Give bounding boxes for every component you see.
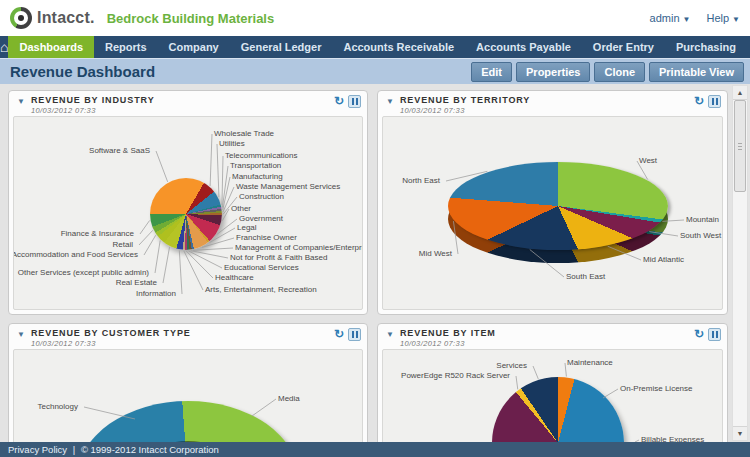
scrollbar-thumb[interactable] [734, 100, 746, 192]
copyright-text: © 1999-2012 Intacct Corporation [81, 444, 219, 455]
panel-title: REVENUE BY TERRITORY [400, 95, 530, 105]
nav-tab-accounts-payable[interactable]: Accounts Payable [465, 36, 582, 58]
panel-header: ▼ REVENUE BY CUSTOMER TYPE 10/03/2012 07… [9, 324, 367, 349]
pie-body[interactable] [77, 401, 299, 442]
chart-label: Management of Companies/Enterpri [235, 243, 363, 253]
chart-label: On-Premise License [620, 384, 692, 394]
collapse-caret-icon[interactable]: ▼ [386, 97, 394, 106]
pie-chart-revenue-by-industry[interactable]: Wholesale TradeUtilitiesTelecommunicatio… [13, 116, 363, 310]
chart-label: Telecommunications [225, 151, 297, 161]
chart-label: Information [136, 289, 176, 299]
chart-label: Franchise Owner [236, 233, 297, 243]
nav-tab-company[interactable]: Company [158, 36, 230, 58]
brand-wordmark: Intacct. [37, 9, 95, 27]
refresh-icon[interactable]: ↻ [694, 328, 704, 341]
chart-view-icon[interactable] [708, 95, 721, 108]
refresh-icon[interactable]: ↻ [694, 95, 704, 108]
chart-label: Arts, Entertainment, Recreation [205, 285, 317, 295]
chart-label: Manufacturing [232, 172, 283, 182]
edit-button[interactable]: Edit [471, 62, 512, 82]
chart-label: Software & SaaS [89, 146, 150, 156]
user-menu[interactable]: admin▼ [650, 12, 691, 24]
scrollbar-up-arrow[interactable]: ▲ [733, 86, 747, 100]
panel-header: ▼ REVENUE BY TERRITORY 10/03/2012 07:33 … [378, 91, 727, 116]
help-menu-label: Help [706, 12, 729, 24]
scrollbar-grip [738, 143, 742, 151]
pie-body[interactable] [492, 377, 624, 442]
chart-label: Billable Expenses [641, 435, 704, 442]
chart-label: Real Estate [116, 278, 157, 288]
chart-label: Utilities [219, 139, 245, 149]
nav-tab-accounts-receivable[interactable]: Accounts Receivable [332, 36, 465, 58]
chart-label: Construction [239, 192, 284, 202]
scrollbar-down-arrow[interactable]: ▼ [733, 426, 747, 440]
panel-timestamp: 10/03/2012 07:33 [400, 106, 530, 115]
privacy-policy-link[interactable]: Privacy Policy [8, 444, 67, 455]
chart-label: Mid West [419, 249, 452, 259]
chart-view-icon[interactable] [348, 328, 361, 341]
pie-body[interactable] [150, 178, 222, 250]
panel-revenue-by-industry: ▼ REVENUE BY INDUSTRY 10/03/2012 07:33 ↻… [8, 90, 368, 315]
chart-label: Other [231, 204, 251, 214]
refresh-icon[interactable]: ↻ [334, 328, 344, 341]
chart-label: PowerEdge R520 Rack Server [401, 371, 510, 381]
printable-view-button[interactable]: Printable View [649, 62, 744, 82]
intacct-logo-icon[interactable] [10, 7, 32, 29]
chart-label: Transportation [230, 161, 281, 171]
panel-header: ▼ REVENUE BY INDUSTRY 10/03/2012 07:33 ↻ [9, 91, 367, 116]
chart-label: Retail [113, 240, 133, 250]
chart-view-icon[interactable] [708, 328, 721, 341]
chart-label: West [639, 156, 657, 166]
clone-button[interactable]: Clone [594, 62, 645, 82]
chart-label: Finance & Insurance [61, 229, 134, 239]
collapse-caret-icon[interactable]: ▼ [386, 330, 394, 339]
nav-tab-purchasing[interactable]: Purchasing [665, 36, 747, 58]
panel-revenue-by-customer-type: ▼ REVENUE BY CUSTOMER TYPE 10/03/2012 07… [8, 323, 368, 442]
chart-label: Technology [38, 402, 78, 412]
page-title: Revenue Dashboard [10, 63, 155, 80]
home-icon: ⌂ [0, 39, 8, 55]
chart-label: Waste Management Services [236, 182, 340, 192]
collapse-caret-icon[interactable]: ▼ [17, 330, 25, 339]
dashboard-content: ▼ REVENUE BY INDUSTRY 10/03/2012 07:33 ↻… [0, 84, 750, 442]
nav-tab-order-entry[interactable]: Order Entry [582, 36, 665, 58]
chart-label: North East [402, 176, 440, 186]
chevron-down-icon: ▼ [683, 15, 691, 24]
nav-tabs: DashboardsReportsCompanyGeneral LedgerAc… [8, 36, 750, 58]
page-actions: EditPropertiesClonePrintable View [471, 62, 746, 82]
chart-label: Accommodation and Food Services [13, 250, 138, 260]
chart-label: Other Services (except public admin) [18, 268, 149, 278]
chart-label: Wholesale Trade [214, 129, 274, 139]
collapse-caret-icon[interactable]: ▼ [17, 97, 25, 106]
donut-chart-revenue-by-customer-type[interactable]: MediaTechnology [13, 349, 363, 442]
chart-label: Educational Services [224, 263, 299, 273]
chart-label: Media [278, 394, 300, 404]
footer-separator: | [73, 444, 75, 455]
home-tab[interactable]: ⌂ [0, 36, 8, 58]
panel-timestamp: 10/03/2012 07:33 [31, 106, 155, 115]
chart-label: Legal [237, 223, 257, 233]
company-name: Bedrock Building Materials [107, 11, 275, 26]
panel-title: REVENUE BY CUSTOMER TYPE [31, 328, 191, 338]
pie-chart-revenue-by-item[interactable]: MaintenanceOn-Premise LicenseBillable Ex… [382, 349, 723, 442]
nav-tab-general-ledger[interactable]: General Ledger [230, 36, 333, 58]
main-navbar: ⌂ DashboardsReportsCompanyGeneral Ledger… [0, 36, 750, 58]
user-menu-label: admin [650, 12, 680, 24]
pie-chart-revenue-by-territory[interactable]: WestMountainSouth WestMid AtlanticSouth … [382, 116, 723, 310]
vertical-scrollbar[interactable]: ▲ ▼ [732, 85, 748, 441]
chart-label: Services [496, 361, 527, 371]
chart-view-icon[interactable] [348, 95, 361, 108]
panel-header: ▼ REVENUE BY ITEM 10/03/2012 07:33 ↻ [378, 324, 727, 349]
refresh-icon[interactable]: ↻ [334, 95, 344, 108]
panel-title: REVENUE BY INDUSTRY [31, 95, 155, 105]
nav-tab-dashboards[interactable]: Dashboards [8, 36, 94, 58]
panel-revenue-by-territory: ▼ REVENUE BY TERRITORY 10/03/2012 07:33 … [377, 90, 728, 315]
panel-title: REVENUE BY ITEM [400, 328, 496, 338]
properties-button[interactable]: Properties [516, 62, 590, 82]
panel-timestamp: 10/03/2012 07:33 [31, 339, 191, 348]
pie-body[interactable] [448, 162, 668, 250]
help-menu[interactable]: Help▼ [706, 12, 740, 24]
nav-tab-reports[interactable]: Reports [94, 36, 158, 58]
chart-label: South East [566, 272, 605, 282]
chart-label: Maintenance [567, 358, 613, 368]
